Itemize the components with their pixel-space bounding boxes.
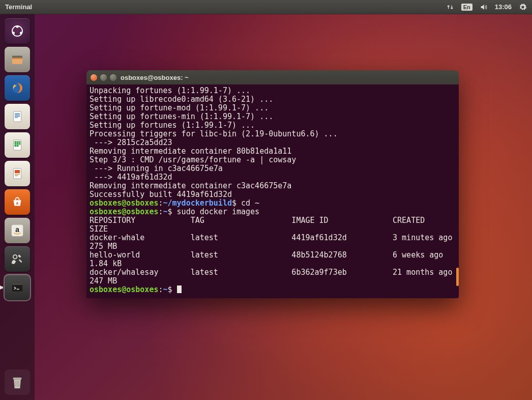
svg-rect-32 <box>12 283 22 285</box>
sound-icon[interactable] <box>480 3 488 11</box>
files-button[interactable] <box>5 47 30 72</box>
svg-rect-20 <box>14 145 16 147</box>
window-title: osboxes@osboxes: ~ <box>121 74 189 81</box>
window-titlebar[interactable]: osboxes@osboxes: ~ <box>86 70 459 84</box>
svg-rect-25 <box>15 176 18 176</box>
gear-icon[interactable] <box>519 3 527 11</box>
system-tray: En 13:06 <box>446 3 532 11</box>
svg-rect-16 <box>19 141 20 143</box>
svg-rect-22 <box>14 168 21 179</box>
svg-rect-6 <box>12 58 22 59</box>
svg-text:a: a <box>15 226 19 234</box>
writer-button[interactable] <box>5 104 30 129</box>
terminal-button[interactable] <box>5 275 30 300</box>
svg-rect-24 <box>15 174 20 175</box>
cursor <box>177 285 182 293</box>
terminal-body[interactable]: Unpacking fortunes (1:1.99.1-7) ... Sett… <box>86 84 459 298</box>
amazon-button[interactable]: a <box>5 218 30 243</box>
svg-rect-12 <box>15 117 18 118</box>
svg-rect-33 <box>17 289 19 290</box>
top-panel: Terminal En 13:06 <box>0 0 532 14</box>
svg-rect-18 <box>17 143 19 145</box>
maximize-icon[interactable] <box>110 74 116 81</box>
svg-rect-9 <box>15 113 20 114</box>
svg-text:A: A <box>16 201 19 206</box>
network-icon[interactable] <box>446 3 454 11</box>
svg-point-1 <box>16 25 19 28</box>
firefox-button[interactable] <box>5 75 30 101</box>
svg-rect-15 <box>17 141 19 143</box>
desktop: Terminal En 13:06 <box>0 0 532 400</box>
svg-rect-21 <box>17 145 19 147</box>
svg-rect-23 <box>15 170 20 173</box>
trash-button[interactable] <box>5 369 30 395</box>
clock[interactable]: 13:06 <box>495 3 512 11</box>
svg-rect-10 <box>15 115 20 115</box>
impress-button[interactable] <box>5 161 30 186</box>
close-icon[interactable] <box>91 74 97 81</box>
svg-rect-19 <box>19 143 20 145</box>
svg-rect-14 <box>14 141 16 143</box>
calc-button[interactable] <box>5 132 30 158</box>
launcher: A a <box>0 14 35 400</box>
software-button[interactable]: A <box>5 189 30 215</box>
dash-button[interactable] <box>5 18 30 44</box>
scrollbar-thumb[interactable] <box>456 268 459 286</box>
svg-point-3 <box>12 32 15 34</box>
svg-rect-30 <box>19 259 22 263</box>
svg-rect-34 <box>13 378 22 380</box>
language-indicator[interactable]: En <box>461 4 472 11</box>
settings-button[interactable] <box>5 246 30 272</box>
svg-rect-5 <box>12 59 22 64</box>
svg-rect-17 <box>14 143 16 145</box>
terminal-window: osboxes@osboxes: ~ Unpacking fortunes (1… <box>86 70 459 298</box>
svg-rect-11 <box>15 116 20 117</box>
minimize-icon[interactable] <box>100 74 107 81</box>
svg-point-29 <box>13 255 17 259</box>
svg-point-2 <box>20 32 22 34</box>
active-app-label[interactable]: Terminal <box>0 3 32 11</box>
